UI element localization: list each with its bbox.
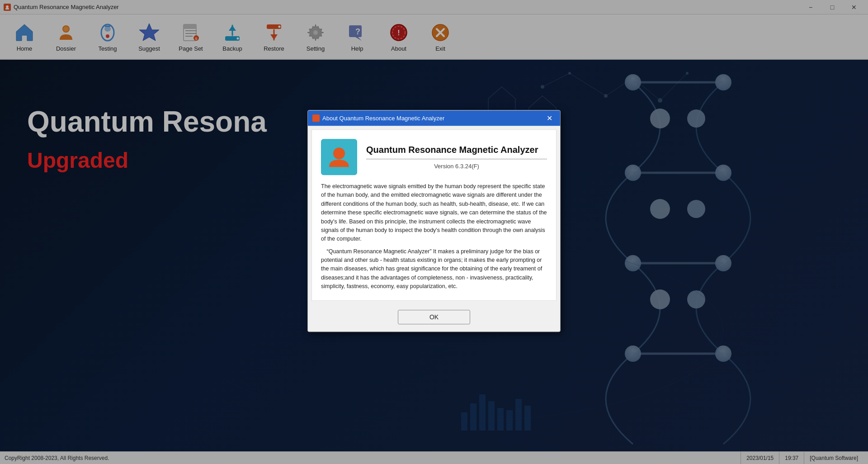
body-paragraph-1: The electromagnetic wave signals emitted… <box>321 182 547 244</box>
app-title-heading: Quantum Resonance Magnetic Analyzer <box>366 145 547 155</box>
modal-title-text: About Quantum Resonance Magnetic Analyze… <box>322 115 444 122</box>
modal-overlay: About Quantum Resonance Magnetic Analyze… <box>0 0 868 464</box>
modal-close-button[interactable]: ✕ <box>543 113 556 123</box>
ok-button[interactable]: OK <box>398 310 470 324</box>
modal-body: The electromagnetic wave signals emitted… <box>321 182 547 291</box>
modal-app-icon <box>312 114 320 122</box>
modal-titlebar: About Quantum Resonance Magnetic Analyze… <box>308 110 560 126</box>
modal-footer: OK <box>308 304 560 331</box>
app-avatar-icon <box>321 139 357 175</box>
modal-title-left: About Quantum Resonance Magnetic Analyze… <box>312 114 444 122</box>
body-paragraph-2: “Quantum Resonance Magnetic Analyzer” It… <box>321 247 547 291</box>
about-dialog: About Quantum Resonance Magnetic Analyze… <box>307 110 561 331</box>
svg-point-72 <box>333 147 345 159</box>
title-divider <box>366 159 547 159</box>
version-text: Version 6.3.24(F) <box>366 163 547 170</box>
app-title-block: Quantum Resonance Magnetic Analyzer Vers… <box>366 145 547 170</box>
modal-header-row: Quantum Resonance Magnetic Analyzer Vers… <box>321 139 547 175</box>
modal-content: Quantum Resonance Magnetic Analyzer Vers… <box>311 129 557 300</box>
